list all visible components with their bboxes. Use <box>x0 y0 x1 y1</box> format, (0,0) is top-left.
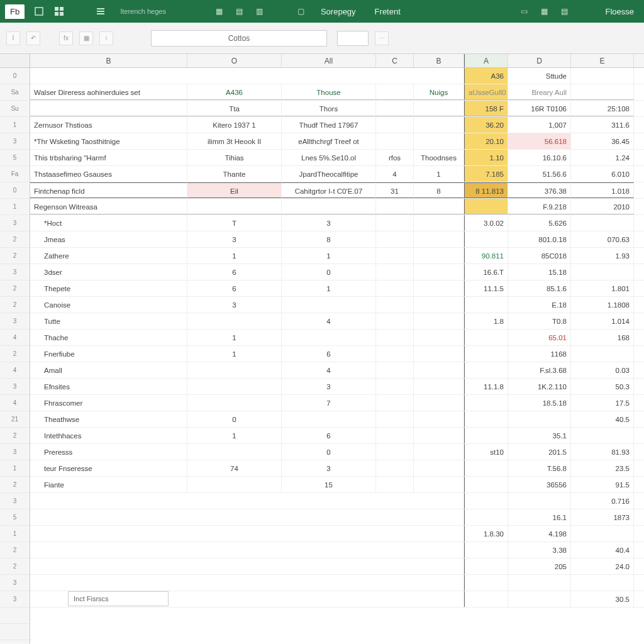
rowhead[interactable]: 1 <box>0 199 30 215</box>
cell[interactable]: Eil <box>187 182 282 198</box>
cell[interactable]: 7.185 <box>464 166 508 182</box>
ribbon-menu-2[interactable]: Sorepegy <box>316 4 361 19</box>
cell[interactable] <box>414 477 464 492</box>
cell[interactable]: 56.618 <box>508 133 571 149</box>
rowhead[interactable]: 2 <box>0 558 30 575</box>
cell[interactable]: 20.10 <box>464 133 508 149</box>
cell[interactable] <box>464 493 508 509</box>
cell[interactable]: T <box>187 215 282 231</box>
cell[interactable] <box>414 231 464 247</box>
cell[interactable]: Thudf Thed 17967 <box>282 117 376 133</box>
cell[interactable]: 8 <box>282 231 376 247</box>
cell[interactable] <box>464 477 508 492</box>
cell[interactable] <box>414 101 464 116</box>
rowhead[interactable]: 21 <box>0 411 30 428</box>
cell[interactable] <box>464 509 508 525</box>
cell[interactable]: 1.014 <box>571 313 634 329</box>
rowhead[interactable]: 5 <box>0 509 30 526</box>
cell[interactable]: 65.01 <box>508 330 571 345</box>
cell[interactable] <box>30 509 464 525</box>
cell[interactable]: 1.801 <box>571 280 634 296</box>
cell[interactable] <box>30 575 464 591</box>
cell[interactable]: 16.10.6 <box>508 150 571 165</box>
cell[interactable] <box>376 411 414 427</box>
cell[interactable] <box>464 199 508 214</box>
cell[interactable] <box>376 133 414 149</box>
filter-icon[interactable]: ▥ <box>254 6 265 17</box>
cell[interactable]: Thors <box>282 101 376 116</box>
cell[interactable]: 070.63 <box>571 231 634 247</box>
colhead-d[interactable]: D <box>508 54 571 67</box>
cell-label[interactable]: Thache <box>30 330 187 345</box>
cell[interactable] <box>508 591 571 607</box>
cell[interactable] <box>464 395 508 411</box>
cell[interactable]: 1.1808 <box>571 297 634 313</box>
cell-label[interactable]: Canoise <box>30 297 187 313</box>
cell[interactable]: 16.1 <box>508 509 571 525</box>
cell[interactable] <box>376 313 414 329</box>
rowhead[interactable]: 3 <box>0 215 30 231</box>
cell[interactable]: 24.0 <box>571 558 634 574</box>
cell[interactable] <box>282 297 376 313</box>
rowhead[interactable]: 3 <box>0 591 30 608</box>
box-icon[interactable]: ▢ <box>296 6 307 17</box>
cell[interactable] <box>414 264 464 280</box>
cell[interactable] <box>464 542 508 558</box>
cell[interactable] <box>282 411 376 427</box>
cell-label[interactable]: Thepete <box>30 280 187 296</box>
cell[interactable] <box>187 313 282 329</box>
cell[interactable] <box>376 117 414 133</box>
cell[interactable]: E.18 <box>508 297 571 313</box>
cell[interactable]: 85C018 <box>508 248 571 264</box>
cell[interactable]: Tihias <box>187 150 282 165</box>
cell-label[interactable]: teur Fnseresse <box>30 460 187 476</box>
cell[interactable]: 3 <box>187 231 282 247</box>
rowhead[interactable]: 2 <box>0 346 30 362</box>
cell[interactable] <box>414 117 464 133</box>
cell-label[interactable]: Zernusor Thstioas <box>30 117 187 133</box>
cell[interactable] <box>464 591 508 607</box>
cell[interactable]: 1 <box>187 428 282 443</box>
cell[interactable]: 81.93 <box>571 444 634 460</box>
cell[interactable]: 0 <box>282 444 376 460</box>
cell[interactable]: 1 <box>187 248 282 264</box>
cell-label[interactable]: *Hoct <box>30 215 187 231</box>
cell[interactable] <box>376 346 414 362</box>
colhead-o[interactable]: O <box>187 54 282 67</box>
zoom-input[interactable] <box>337 31 369 46</box>
cell[interactable] <box>414 444 464 460</box>
cell[interactable]: 1K.2.110 <box>508 379 571 394</box>
cell[interactable] <box>376 379 414 394</box>
cell[interactable]: 1.8 <box>464 313 508 329</box>
cell[interactable]: 3 <box>187 297 282 313</box>
cell[interactable] <box>414 199 464 214</box>
cell[interactable]: A436 <box>187 84 282 100</box>
name-box-icon[interactable]: I <box>6 31 20 45</box>
cell[interactable] <box>30 68 464 84</box>
cell[interactable] <box>282 330 376 345</box>
cell[interactable]: 40.5 <box>571 411 634 427</box>
cell[interactable]: 5.626 <box>508 215 571 231</box>
rowhead[interactable] <box>0 624 30 640</box>
cell[interactable] <box>376 248 414 264</box>
cell[interactable] <box>464 362 508 378</box>
cell[interactable] <box>30 493 464 509</box>
cell[interactable]: Kitero 1937 1 <box>187 117 282 133</box>
cell[interactable]: 31 <box>376 182 414 198</box>
rowhead[interactable]: 2 <box>0 231 30 248</box>
cell[interactable]: ilimm 3t Heook Il <box>187 133 282 149</box>
cell[interactable]: 4.198 <box>508 526 571 541</box>
cell[interactable]: Tta <box>187 101 282 116</box>
cell[interactable]: T.56.8 <box>508 460 571 476</box>
rowhead[interactable]: Sa <box>0 84 30 101</box>
cell[interactable] <box>414 330 464 345</box>
cell[interactable] <box>464 428 508 443</box>
cell[interactable]: 3 <box>282 460 376 476</box>
cell[interactable] <box>376 362 414 378</box>
colhead-e[interactable]: E <box>571 54 634 67</box>
cell[interactable]: 7 <box>282 395 376 411</box>
cell[interactable]: 3 <box>282 215 376 231</box>
cell[interactable] <box>414 379 464 394</box>
cell-label[interactable]: Fhrascomer <box>30 395 187 411</box>
table-icon[interactable]: ▦ <box>214 6 225 17</box>
